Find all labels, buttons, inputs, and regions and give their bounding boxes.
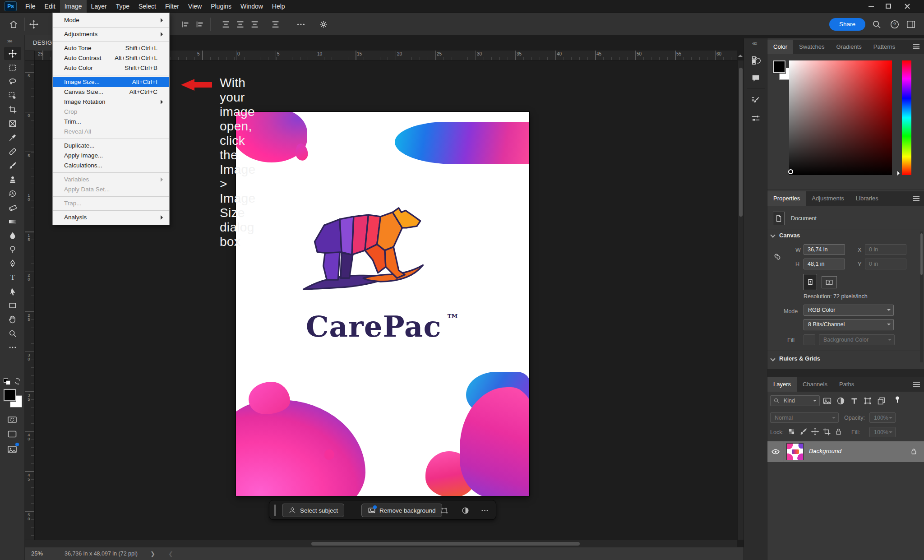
- menubar-help[interactable]: Help: [268, 0, 290, 13]
- lock-pixels-icon[interactable]: [799, 427, 808, 436]
- properties-scroll-thumb[interactable]: [920, 233, 923, 275]
- path-selection-tool[interactable]: [4, 285, 21, 298]
- lasso-tool[interactable]: [4, 75, 21, 88]
- horizontal-scrollbar[interactable]: [25, 540, 737, 547]
- history-panel-icon[interactable]: [751, 56, 761, 65]
- edit-toolbar[interactable]: [4, 341, 21, 354]
- bit-depth-select[interactable]: 8 Bits/Channel: [804, 319, 894, 330]
- tab-libraries[interactable]: Libraries: [850, 191, 884, 206]
- comments-panel-icon[interactable]: [751, 74, 761, 83]
- tab-adjustments[interactable]: Adjustments: [806, 191, 850, 206]
- tab-color[interactable]: Color: [767, 40, 793, 54]
- menu-item-apply-image[interactable]: Apply Image...: [53, 151, 169, 161]
- maximize-button[interactable]: [880, 0, 897, 13]
- spot-healing-brush-tool[interactable]: [4, 145, 21, 158]
- layer-visibility-eye-icon[interactable]: [771, 447, 780, 456]
- tab-properties[interactable]: Properties: [767, 191, 806, 206]
- menubar-select[interactable]: Select: [134, 0, 161, 13]
- menubar-window[interactable]: Window: [236, 0, 268, 13]
- portrait-orientation-button[interactable]: [804, 274, 817, 290]
- brush-tool[interactable]: [4, 159, 21, 172]
- distribute-bottom-icon[interactable]: [250, 19, 260, 29]
- canvas-section-chevron-icon[interactable]: [770, 232, 775, 237]
- clone-stamp-tool[interactable]: [4, 173, 21, 186]
- zoom-level[interactable]: 25%: [31, 550, 43, 557]
- search-icon[interactable]: [872, 19, 882, 29]
- default-colors-icon[interactable]: [4, 378, 11, 385]
- more-options-icon[interactable]: [296, 19, 306, 29]
- zoom-tool[interactable]: [4, 327, 21, 340]
- layer-lock-icon[interactable]: [910, 448, 918, 455]
- hand-tool[interactable]: [4, 313, 21, 326]
- menubar-view[interactable]: View: [184, 0, 206, 13]
- align-left-icon[interactable]: [180, 19, 190, 29]
- swap-colors-icon[interactable]: [14, 377, 22, 385]
- collapse-tools-icon[interactable]: »»: [7, 38, 11, 44]
- status-chevron-icon[interactable]: ❯: [150, 551, 155, 557]
- dodge-tool[interactable]: [4, 243, 21, 256]
- layer-thumbnail[interactable]: [786, 443, 804, 460]
- minimize-button[interactable]: [863, 0, 880, 13]
- menu-item-image-size[interactable]: Image Size...Alt+Ctrl+I: [53, 77, 169, 87]
- menubar-edit[interactable]: Edit: [40, 0, 60, 13]
- type-tool[interactable]: T: [4, 271, 21, 284]
- frame-tool[interactable]: [4, 117, 21, 130]
- menu-item-calculations[interactable]: Calculations...: [53, 161, 169, 171]
- rectangle-tool[interactable]: [4, 299, 21, 312]
- rectangular-marquee-tool[interactable]: [4, 61, 21, 74]
- history-brush-tool[interactable]: [4, 187, 21, 200]
- distribute-middle-icon[interactable]: [236, 19, 245, 29]
- tab-layers[interactable]: Layers: [767, 377, 797, 392]
- share-button[interactable]: Share: [829, 18, 865, 31]
- tab-channels[interactable]: Channels: [797, 377, 833, 392]
- color-saturation-field[interactable]: [789, 60, 892, 175]
- layer-row-background[interactable]: Background: [767, 441, 924, 462]
- hue-slider[interactable]: [902, 60, 911, 175]
- capture-icon[interactable]: [7, 444, 18, 455]
- gear-icon[interactable]: [319, 19, 328, 29]
- tab-gradients[interactable]: Gradients: [830, 40, 867, 54]
- filter-shape-layers-icon[interactable]: [863, 396, 873, 406]
- crop-tool[interactable]: [4, 103, 21, 116]
- foreground-color-swatch-panel[interactable]: [773, 60, 785, 73]
- expand-panels-icon[interactable]: ««: [752, 40, 756, 46]
- tab-patterns[interactable]: Patterns: [868, 40, 901, 54]
- menubar-image[interactable]: Image: [60, 0, 87, 13]
- quick-mask-icon[interactable]: [7, 414, 18, 425]
- filter-smart-objects-icon[interactable]: [877, 396, 886, 406]
- select-subject-button[interactable]: Select subject: [282, 504, 344, 517]
- tab-paths[interactable]: Paths: [833, 377, 860, 392]
- menu-item-auto-contrast[interactable]: Auto ContrastAlt+Shift+Ctrl+L: [53, 53, 169, 63]
- horizontal-scroll-thumb[interactable]: [311, 542, 580, 546]
- height-field[interactable]: 48,1 in: [804, 259, 845, 269]
- eraser-tool[interactable]: [4, 201, 21, 214]
- vertical-scrollbar[interactable]: [737, 60, 744, 540]
- width-field[interactable]: 36,74 in: [804, 244, 845, 255]
- adjustments-icon[interactable]: [461, 506, 470, 515]
- lock-position-icon[interactable]: [811, 427, 819, 436]
- menu-item-auto-tone[interactable]: Auto ToneShift+Ctrl+L: [53, 43, 169, 53]
- blur-tool[interactable]: [4, 229, 21, 242]
- menu-item-canvas-size[interactable]: Canvas Size...Alt+Ctrl+C: [53, 87, 169, 97]
- artboard[interactable]: CarePac™: [236, 112, 529, 496]
- foreground-color-swatch[interactable]: [4, 389, 16, 401]
- menubar-plugins[interactable]: Plugins: [206, 0, 236, 13]
- vertical-scroll-thumb[interactable]: [739, 68, 743, 217]
- link-dimensions-icon[interactable]: [769, 252, 785, 261]
- layer-filter-kind-select[interactable]: Kind: [770, 395, 820, 406]
- filter-type-layers-icon[interactable]: [850, 396, 859, 406]
- color-selection-ring[interactable]: [788, 169, 793, 174]
- lock-all-icon[interactable]: [834, 427, 843, 436]
- eyedropper-tool[interactable]: [4, 131, 21, 144]
- layer-name[interactable]: Background: [809, 448, 841, 454]
- screen-mode-icon[interactable]: [7, 429, 18, 440]
- help-icon[interactable]: ?: [890, 19, 900, 29]
- align-center-icon[interactable]: [195, 19, 205, 29]
- menubar-filter[interactable]: Filter: [161, 0, 184, 13]
- canvas-section-header[interactable]: Canvas: [779, 232, 800, 239]
- transform-icon[interactable]: [440, 506, 448, 515]
- hue-slider-marker[interactable]: [897, 171, 902, 176]
- remove-background-button[interactable]: Remove background: [361, 504, 442, 517]
- menubar-file[interactable]: File: [21, 0, 40, 13]
- taskbar-drag-handle[interactable]: [274, 504, 276, 516]
